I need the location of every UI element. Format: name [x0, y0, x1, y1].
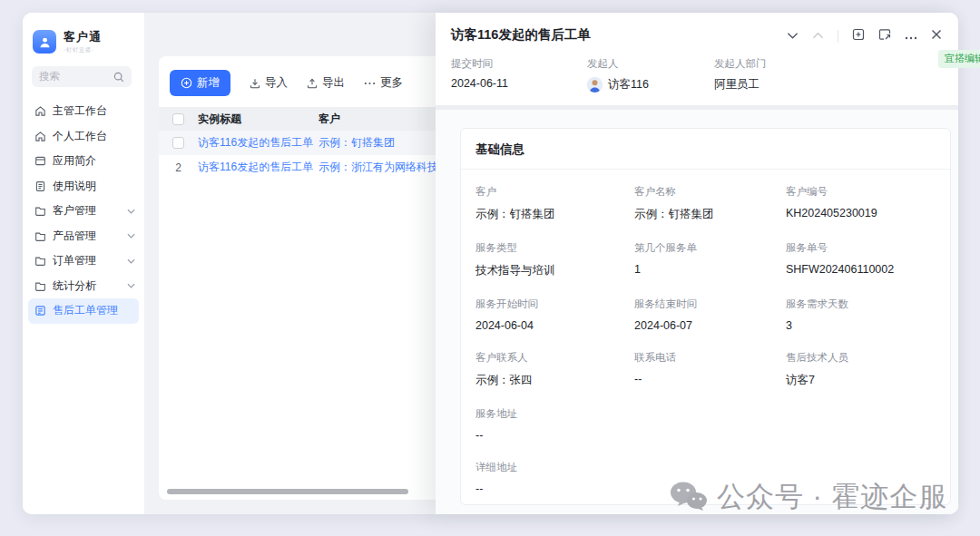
field-label: 详细地址	[475, 461, 936, 474]
field-label: 售后技术人员	[786, 351, 936, 365]
import-icon	[250, 78, 260, 89]
sidebar-item-usage-guide[interactable]: 使用说明	[23, 174, 144, 200]
app-window: 客户通 -钉钉宜搭- 搜索 主管工作台 个人工作台	[23, 13, 958, 514]
sidebar-item-stats-analysis[interactable]: 统计分析	[23, 274, 144, 299]
field-value: --	[475, 482, 936, 495]
open-new-window-button[interactable]	[878, 28, 891, 44]
detail-drawer: 访客116发起的售后工单 提交时间 2024-06-11	[436, 13, 958, 514]
field-value: --	[634, 373, 777, 385]
meta-label: 发起人部门	[714, 57, 850, 71]
sidebar: 客户通 -钉钉宜搭- 搜索 主管工作台 个人工作台	[23, 13, 145, 514]
sidebar-item-personal-workbench[interactable]: 个人工作台	[23, 124, 144, 150]
column-header-title: 实例标题	[198, 112, 318, 127]
select-all-checkbox[interactable]	[172, 113, 184, 125]
more-button[interactable]: 更多	[364, 75, 403, 91]
insert-record-button[interactable]	[852, 28, 865, 44]
chevron-down-icon	[127, 283, 135, 288]
folder-icon	[34, 205, 46, 217]
field-label: 服务结束时间	[634, 297, 777, 311]
drawer-actions	[787, 26, 942, 44]
next-record-button[interactable]	[787, 29, 799, 43]
sidebar-item-label: 售后工单管理	[53, 303, 118, 318]
sidebar-item-product-mgmt[interactable]: 产品管理	[23, 224, 144, 249]
field-label: 客户名称	[634, 185, 777, 199]
prev-record-button[interactable]	[812, 29, 824, 43]
field-label: 联系电话	[634, 351, 777, 365]
chevron-down-icon	[787, 29, 799, 43]
sidebar-item-customer-mgmt[interactable]: 客户管理	[23, 199, 144, 224]
field-label: 服务类型	[475, 241, 625, 255]
horizontal-scrollbar[interactable]	[167, 489, 408, 494]
chevron-down-icon	[127, 209, 135, 214]
ticket-title-link[interactable]: 访客116发起的售后工单	[198, 135, 318, 151]
import-button[interactable]: 导入	[250, 75, 288, 91]
chevron-down-icon	[127, 258, 135, 264]
app-subtitle: -钉钉宜搭-	[64, 46, 102, 54]
search-input[interactable]: 搜索	[32, 66, 132, 87]
drawer-body: 基础信息 客户示例：钉搭集团 客户名称示例：钉搭集团 客户编号KH2024052…	[436, 110, 958, 514]
doc-icon	[34, 180, 46, 192]
sidebar-item-label: 统计分析	[53, 278, 96, 294]
close-button[interactable]	[931, 29, 942, 43]
add-button[interactable]: 新增	[170, 70, 230, 96]
sidebar-item-label: 个人工作台	[53, 129, 107, 144]
drawer-more-button[interactable]	[905, 29, 917, 43]
home-icon	[34, 105, 46, 117]
field-value: 示例：钉搭集团	[634, 207, 777, 222]
sidebar-menu: 主管工作台 个人工作台 应用简介 使用说明 客户管理	[23, 99, 144, 324]
field-value: 3	[786, 319, 936, 332]
form-icon	[34, 305, 46, 317]
app-logo: 客户通 -钉钉宜搭-	[23, 13, 144, 54]
field-value: 访客7	[786, 373, 936, 388]
sidebar-item-aftersale-ticket-mgmt[interactable]: 售后工单管理	[28, 298, 139, 324]
field-label: 服务开始时间	[475, 297, 625, 311]
field-label: 服务需求天数	[786, 297, 936, 311]
field-value: 技术指导与培训	[475, 263, 625, 278]
more-icon	[905, 29, 917, 43]
field-value: SHFW202406110002	[786, 263, 936, 276]
ticket-title-link[interactable]: 访客116发起的售后工单	[198, 160, 318, 175]
more-button-label: 更多	[380, 75, 403, 91]
chevron-up-icon	[812, 29, 824, 43]
card-title: 基础信息	[461, 129, 950, 170]
plus-square-icon	[852, 28, 865, 44]
field-value: 2024-06-04	[475, 319, 625, 332]
plus-circle-icon	[181, 77, 192, 89]
meta-label: 发起人	[587, 57, 714, 71]
sidebar-item-label: 主管工作台	[53, 103, 107, 119]
window-arrow-icon	[878, 28, 891, 44]
import-button-label: 导入	[265, 75, 288, 91]
more-icon	[364, 82, 376, 85]
field-label: 客户	[475, 185, 625, 199]
submit-time-value: 2024-06-11	[451, 77, 587, 90]
yida-badge: 宜搭编辑	[938, 50, 980, 68]
export-button[interactable]: 导出	[307, 75, 345, 91]
initiator-value: 访客116	[608, 77, 649, 93]
row-index: 2	[159, 161, 198, 174]
page: 客户通 -钉钉宜搭- 搜索 主管工作台 个人工作台	[0, 0, 980, 536]
basic-info-card: 基础信息 客户示例：钉搭集团 客户名称示例：钉搭集团 客户编号KH2024052…	[460, 128, 951, 505]
row-checkbox[interactable]	[172, 137, 184, 149]
sidebar-item-label: 使用说明	[53, 179, 96, 194]
sidebar-item-supervisor-workbench[interactable]: 主管工作台	[23, 99, 144, 124]
field-label: 服务地址	[475, 407, 936, 421]
sidebar-item-label: 产品管理	[53, 229, 96, 244]
field-label: 第几个服务单	[634, 241, 777, 255]
search-placeholder: 搜索	[39, 70, 113, 83]
export-icon	[307, 78, 318, 89]
app-icon	[34, 155, 46, 167]
add-button-label: 新增	[197, 75, 220, 91]
sidebar-item-label: 订单管理	[53, 253, 96, 268]
sidebar-item-order-mgmt[interactable]: 订单管理	[23, 249, 144, 274]
app-title: 客户通	[64, 29, 102, 45]
sidebar-item-label: 应用简介	[53, 153, 96, 169]
export-button-label: 导出	[322, 75, 345, 91]
customer-field-link[interactable]: 示例：钉搭集团	[475, 207, 625, 222]
avatar	[587, 77, 603, 93]
drawer-meta: 提交时间 2024-06-11 发起人 访客116 发起人部门	[451, 57, 942, 105]
sidebar-item-app-intro[interactable]: 应用简介	[23, 149, 144, 174]
folder-icon	[34, 280, 46, 292]
folder-icon	[34, 255, 46, 267]
divider	[838, 30, 838, 43]
drawer-header: 访客116发起的售后工单 提交时间 2024-06-11	[436, 13, 958, 105]
